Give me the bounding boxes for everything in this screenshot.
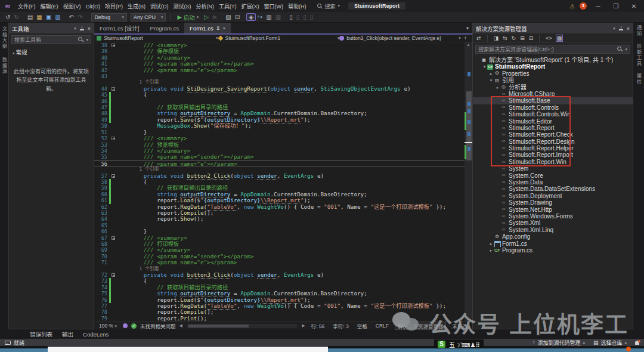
tree-item-stimulsoft.report.import[interactable]: ▫▫Stimulsoft.Report.Import bbox=[473, 152, 633, 158]
toolbox-search-input[interactable]: 搜索工具箱 ▾ bbox=[11, 35, 91, 44]
breadcrumb-segment[interactable]: StuimusoftReport▾ bbox=[97, 35, 218, 41]
tree-item-system.drawing[interactable]: ▫▫System.Drawing bbox=[473, 199, 633, 206]
show-all-files-icon[interactable]: ▩ bbox=[556, 35, 564, 42]
notification-bell-icon[interactable] bbox=[635, 341, 639, 345]
taskbar-app-icon[interactable] bbox=[626, 347, 631, 351]
menu-item[interactable]: 编辑(E) bbox=[38, 4, 61, 10]
tree-item-stimulsoft.controls.win[interactable]: ▫▫Stimulsoft.Controls.Win bbox=[473, 111, 633, 118]
menu-item[interactable]: 生成(B) bbox=[125, 4, 148, 10]
menu-item[interactable]: 视图(V) bbox=[61, 4, 83, 10]
column-right-icon[interactable]: ▥ bbox=[274, 14, 283, 20]
nav-forward-icon[interactable]: ↻ bbox=[12, 14, 20, 20]
redo-icon[interactable]: ↷ bbox=[76, 14, 84, 20]
designer-toggle-icon[interactable]: ◈ bbox=[246, 13, 256, 21]
notification-badge[interactable]: 3 bbox=[580, 2, 587, 10]
fold-marker[interactable] bbox=[111, 135, 117, 141]
tree-item-system.xml[interactable]: ▫▫System.Xml bbox=[473, 220, 633, 226]
bookmark-toggle-icon[interactable]: ▯ bbox=[287, 14, 295, 20]
menu-item[interactable]: 项目(P) bbox=[103, 4, 125, 10]
minimize-button[interactable]: ─ bbox=[592, 3, 605, 10]
tree-item-system.data[interactable]: ▫▫System.Data bbox=[473, 179, 633, 186]
scrollbar-up-arrow[interactable]: ▲ bbox=[465, 43, 472, 47]
pin-icon[interactable]: ⊻ bbox=[216, 26, 220, 31]
attach-icon[interactable]: ⊳ bbox=[210, 14, 219, 20]
select-repository-button[interactable]: ▤ 选择仓库 ▴ bbox=[593, 339, 627, 347]
split-editor-icon[interactable]: + bbox=[461, 35, 470, 41]
tree-item--[interactable]: ▸◎分析器 bbox=[473, 84, 633, 91]
ime-logo-icon[interactable]: S bbox=[438, 341, 445, 348]
menu-item[interactable]: 窗口(W) bbox=[262, 4, 286, 10]
menu-item[interactable]: Git(G) bbox=[83, 4, 103, 10]
dock-tab-诊断工具[interactable]: 诊断工具 bbox=[635, 44, 642, 66]
bookmark-clear-icon[interactable]: ▯ bbox=[308, 14, 315, 20]
nav-highlight-icon[interactable]: ↪ bbox=[256, 14, 264, 20]
menu-item[interactable]: 测试(S) bbox=[171, 4, 194, 10]
tree-item-system.windows.forms[interactable]: ▫▫System.Windows.Forms bbox=[473, 213, 633, 220]
spaces-indicator[interactable]: 空格 bbox=[355, 322, 370, 329]
start-debugging-button[interactable]: ▶ 启动 ▾ bbox=[175, 13, 201, 21]
ime-item[interactable]: ♟ bbox=[470, 342, 476, 348]
save-icon[interactable]: ▣ bbox=[44, 14, 53, 20]
toolbox-header[interactable]: 工具箱 ▾ × bbox=[9, 23, 94, 33]
git-status[interactable]: 未更改 bbox=[450, 322, 470, 329]
run-without-debug-icon[interactable]: ▷ bbox=[202, 14, 210, 20]
fold-marker[interactable] bbox=[111, 173, 117, 179]
expander-icon[interactable]: ▾ bbox=[482, 63, 487, 70]
bookmark-next-icon[interactable]: ▯ bbox=[301, 14, 308, 20]
chevron-down-icon[interactable]: ▾ bbox=[74, 26, 76, 31]
menu-item[interactable]: 扩展(X) bbox=[239, 4, 262, 10]
menu-item[interactable]: 分析(N) bbox=[194, 4, 217, 10]
nav-back-icon[interactable]: ↺ bbox=[4, 14, 12, 20]
close-icon[interactable]: × bbox=[223, 26, 226, 31]
tree-item-stimulsoft.report.win[interactable]: ▫▫Stimulsoft.Report.Win bbox=[473, 159, 633, 165]
tab-list-dropdown-icon[interactable]: ▾ bbox=[463, 26, 472, 31]
tree-item-stimulsoft.report[interactable]: ▫▫Stimulsoft.Report bbox=[473, 125, 633, 131]
code-editor[interactable]: 38 /// <summary>39 /// 保存模板40 /// </summ… bbox=[94, 42, 472, 322]
ime-item[interactable]: ⠿ bbox=[476, 342, 480, 348]
tree-item-form1.cs[interactable]: ▸Form1.cs bbox=[473, 240, 633, 247]
configuration-dropdown[interactable]: Debug ▾ bbox=[91, 13, 127, 21]
quick-actions-icon[interactable]: ⊟ bbox=[233, 14, 242, 20]
fold-marker[interactable] bbox=[111, 42, 117, 48]
column-indicator[interactable]: 字符: 3 bbox=[330, 322, 351, 329]
document-tab[interactable]: Program.cs bbox=[145, 23, 185, 33]
tree-item-stimulsoft.editor[interactable]: ▫▫Stimulsoft.Editor bbox=[473, 118, 633, 125]
menu-item[interactable]: 工具(T) bbox=[216, 4, 239, 10]
solution-explorer-header[interactable]: 解决方案资源管理器 ▾ × bbox=[473, 23, 633, 33]
expander-icon[interactable]: ▸ bbox=[488, 240, 494, 247]
tree-item-microsoft.csharp[interactable]: ▫▫Microsoft.CSharp bbox=[473, 91, 633, 97]
tree-item-stimulsoft.base[interactable]: ▫▫Stimulsoft.Base bbox=[473, 97, 633, 104]
fold-marker[interactable] bbox=[111, 235, 117, 241]
line-indicator[interactable]: 行: 56 bbox=[309, 322, 327, 329]
undo-icon[interactable]: ↶ bbox=[67, 14, 76, 20]
menu-item[interactable]: 调试(D) bbox=[148, 4, 171, 10]
bookmark-prev-icon[interactable]: ▯ bbox=[295, 14, 302, 20]
fold-marker[interactable] bbox=[111, 86, 117, 92]
tree-item-app.config[interactable]: ⚙App.config bbox=[473, 233, 633, 240]
quick-search[interactable]: 搜索 ▾ bbox=[317, 2, 340, 10]
toolbox-section-general[interactable]: ▴ 常规 bbox=[9, 46, 94, 58]
close-icon[interactable]: × bbox=[627, 26, 630, 32]
hscroll-thumb[interactable] bbox=[188, 325, 249, 328]
open-folder-icon[interactable]: ▦ bbox=[35, 14, 44, 20]
tree-item--[interactable]: ▾▤引用 bbox=[473, 77, 633, 84]
dock-tab-通知[interactable]: 通知 bbox=[635, 25, 642, 36]
dock-tab-属性[interactable]: 属性 bbox=[635, 73, 642, 85]
expander-icon[interactable]: ▸ bbox=[488, 70, 494, 77]
pin-icon[interactable] bbox=[80, 26, 84, 31]
add-to-source-control-button[interactable]: ↑ 添加到源代码管理 ▴ bbox=[532, 339, 585, 347]
ime-item[interactable]: ☽ bbox=[455, 342, 460, 348]
restore-button[interactable]: ❐ bbox=[609, 3, 623, 10]
close-icon[interactable]: × bbox=[88, 26, 91, 32]
horizontal-scrollbar[interactable] bbox=[187, 324, 297, 328]
pending-changes-filter-icon[interactable]: ◨ bbox=[493, 35, 500, 41]
breadcrumb-segment[interactable]: button2_Click(object sender, EventArgs e… bbox=[339, 35, 461, 41]
zoom-level-dropdown[interactable]: 100 % ▾ bbox=[97, 323, 119, 329]
tree-item-stimulsoft.report.helper[interactable]: ▫▫Stimulsoft.Report.Helper bbox=[473, 145, 633, 152]
bottom-tab-CodeLens[interactable]: CodeLens bbox=[83, 331, 109, 338]
tree-item-stuimusoftreport[interactable]: ▾C#StuimusoftReport bbox=[473, 63, 633, 70]
tree-item-stimulsoft.controls[interactable]: ▫▫Stimulsoft.Controls bbox=[473, 104, 633, 111]
expander-icon[interactable]: ▾ bbox=[488, 77, 494, 84]
pin-icon[interactable] bbox=[619, 26, 623, 31]
dock-tab-数据源[interactable]: 数据源 bbox=[1, 57, 8, 75]
